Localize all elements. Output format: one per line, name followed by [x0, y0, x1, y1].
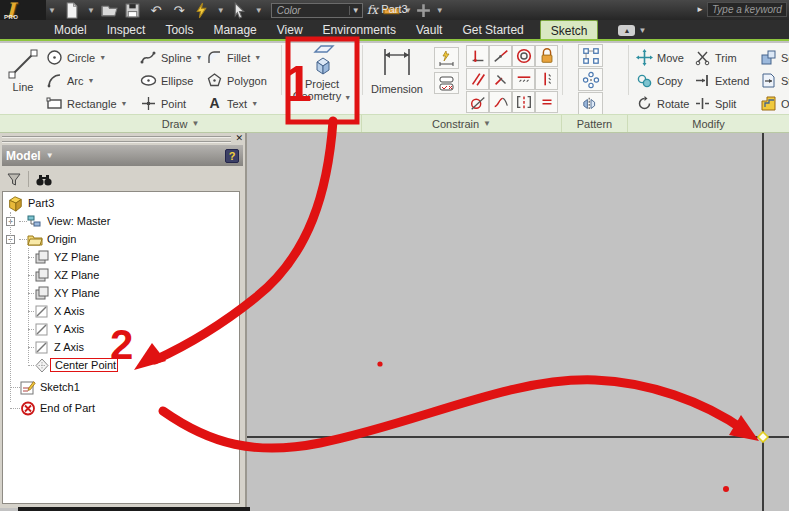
- tree-item-end-of-part[interactable]: End of Part: [3, 399, 239, 417]
- smooth-constraint-button[interactable]: [489, 91, 512, 113]
- draw-panel-label[interactable]: Draw▼: [0, 115, 362, 132]
- tree-item-y-axis[interactable]: Y Axis: [3, 320, 239, 338]
- tree-item-x-axis[interactable]: X Axis: [3, 302, 239, 320]
- perpendicular-constraint-button[interactable]: [489, 68, 512, 90]
- rectangular-pattern-button[interactable]: [578, 44, 603, 67]
- ribbon-collapse-button[interactable]: ▲ ▼: [618, 24, 648, 37]
- modify-panel-label[interactable]: Modify: [628, 115, 789, 132]
- color-override-combobox[interactable]: Color ▼: [271, 3, 363, 18]
- tab-environments[interactable]: Environments: [313, 20, 406, 39]
- select-caret-icon[interactable]: ▼: [253, 6, 265, 15]
- sketch-point-dot[interactable]: [723, 486, 729, 492]
- tab-vault[interactable]: Vault: [406, 20, 452, 39]
- fillet-button[interactable]: Fillet▼: [206, 47, 261, 68]
- redo-button[interactable]: ↷: [169, 2, 189, 19]
- tree-item-center-point[interactable]: Center Point: [3, 356, 239, 374]
- tab-manage[interactable]: Manage: [203, 20, 266, 39]
- qat-customize-chevron-icon[interactable]: ▼: [434, 6, 446, 15]
- spline-button[interactable]: Spline▼: [140, 47, 203, 68]
- tab-get-started[interactable]: Get Started: [452, 20, 533, 39]
- tree-item-origin[interactable]: − Origin: [3, 230, 239, 248]
- select-button[interactable]: [230, 2, 250, 19]
- circle-button[interactable]: Circle▼: [46, 47, 106, 68]
- polygon-button[interactable]: Polygon: [206, 70, 267, 91]
- auto-dimension-button[interactable]: [434, 47, 459, 69]
- concentric-constraint-button[interactable]: [512, 45, 535, 67]
- rectangle-dropdown-icon[interactable]: ▼: [121, 100, 128, 107]
- extend-button[interactable]: Extend: [694, 70, 749, 91]
- collinear-constraint-button[interactable]: [489, 45, 512, 67]
- tab-inspect[interactable]: Inspect: [97, 20, 156, 39]
- move-feature-button[interactable]: [414, 2, 434, 19]
- split-button[interactable]: Split: [694, 93, 736, 114]
- circle-dropdown-icon[interactable]: ▼: [99, 54, 106, 61]
- parameters-fx-button[interactable]: fx: [363, 3, 382, 17]
- rotate-button[interactable]: Rotate: [636, 93, 689, 114]
- constrain-panel-label[interactable]: Constrain▼: [362, 115, 562, 132]
- text-dropdown-icon[interactable]: ▼: [251, 100, 258, 107]
- new-file-button[interactable]: [62, 2, 82, 19]
- open-button[interactable]: [100, 2, 120, 19]
- dimension-button[interactable]: Dimension: [366, 45, 428, 95]
- circular-pattern-button[interactable]: [578, 68, 603, 91]
- save-button[interactable]: [123, 2, 143, 19]
- tab-view[interactable]: View: [267, 20, 313, 39]
- browser-header[interactable]: Model ▼ ?: [2, 145, 243, 166]
- tree-item-yz-plane[interactable]: YZ Plane: [3, 248, 239, 266]
- help-icon[interactable]: ?: [225, 149, 239, 163]
- vertical-constraint-button[interactable]: [535, 68, 558, 90]
- keyword-search-input[interactable]: Type a keyword: [707, 2, 787, 17]
- tree-item-part3[interactable]: Part3: [3, 194, 239, 212]
- ellipse-button[interactable]: Ellipse: [140, 70, 193, 91]
- stretch-button[interactable]: St: [760, 70, 789, 91]
- scale-button[interactable]: Sc: [760, 47, 789, 68]
- project-geometry-button[interactable]: Project Geometry ▼: [290, 44, 354, 104]
- coincident-constraint-button[interactable]: [466, 45, 489, 67]
- move-button[interactable]: Move: [636, 47, 684, 68]
- browser-close-icon[interactable]: ✕: [235, 133, 243, 143]
- point-button[interactable]: Point: [140, 93, 186, 114]
- arc-dropdown-icon[interactable]: ▼: [88, 77, 95, 84]
- new-file-caret-icon[interactable]: ▼: [85, 6, 97, 15]
- projected-center-point[interactable]: [758, 432, 768, 442]
- parallel-constraint-button[interactable]: [466, 68, 489, 90]
- tab-tools[interactable]: Tools: [155, 20, 203, 39]
- tree-item-view-master[interactable]: + View: Master: [3, 212, 239, 230]
- tree-item-xz-plane[interactable]: XZ Plane: [3, 266, 239, 284]
- fillet-dropdown-icon[interactable]: ▼: [254, 54, 261, 61]
- browser-drag-handle[interactable]: [2, 136, 231, 143]
- rectangle-button[interactable]: Rectangle▼: [46, 93, 127, 114]
- measure-caret-icon[interactable]: ▼: [402, 6, 414, 15]
- mirror-button[interactable]: [578, 92, 603, 115]
- search-expand-arrow-icon[interactable]: ►: [696, 5, 707, 14]
- app-menu-caret-icon[interactable]: ▼: [46, 6, 58, 15]
- sketch-point-dot[interactable]: [377, 361, 382, 366]
- arc-button[interactable]: Arc▼: [46, 70, 94, 91]
- line-button[interactable]: Line: [2, 45, 44, 93]
- tangent-constraint-button[interactable]: [466, 91, 489, 113]
- undo-button[interactable]: ↶: [146, 2, 166, 19]
- trim-button[interactable]: Trim: [694, 47, 737, 68]
- text-button[interactable]: A Text▼: [206, 93, 258, 114]
- find-binoculars-icon[interactable]: [35, 172, 53, 187]
- tree-item-sketch1[interactable]: Sketch1: [3, 378, 239, 396]
- spline-dropdown-icon[interactable]: ▼: [196, 54, 203, 61]
- equal-constraint-button[interactable]: [535, 91, 558, 113]
- application-menu-button[interactable]: I PRO: [0, 0, 46, 20]
- show-constraints-button[interactable]: [434, 72, 459, 94]
- symmetric-constraint-button[interactable]: [512, 91, 535, 113]
- filter-icon[interactable]: [6, 172, 22, 187]
- copy-button[interactable]: Copy: [636, 70, 683, 91]
- horizontal-constraint-button[interactable]: [512, 68, 535, 90]
- graphics-viewport[interactable]: [247, 133, 789, 511]
- tab-sketch-active[interactable]: Sketch: [540, 20, 599, 39]
- project-geometry-dropdown-icon[interactable]: ▼: [344, 94, 351, 101]
- fix-constraint-button[interactable]: [535, 45, 558, 67]
- tree-item-z-axis[interactable]: Z Axis: [3, 338, 239, 356]
- offset-button[interactable]: O: [760, 93, 789, 114]
- pattern-panel-label[interactable]: Pattern: [562, 115, 628, 132]
- tab-model[interactable]: Model: [44, 20, 97, 39]
- tree-item-xy-plane[interactable]: XY Plane: [3, 284, 239, 302]
- measure-button[interactable]: [382, 2, 402, 19]
- update-caret-icon[interactable]: ▼: [215, 6, 227, 15]
